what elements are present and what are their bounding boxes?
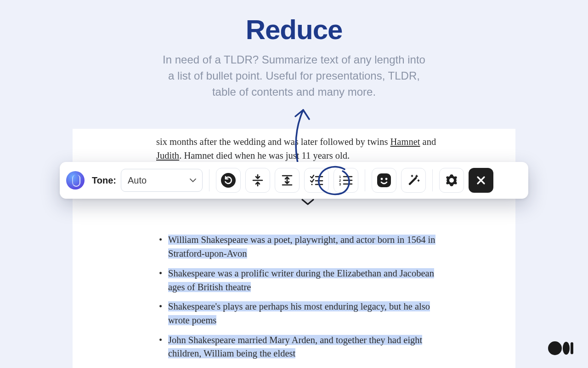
brand-logo-icon: [66, 171, 85, 190]
hero-section: Reduce In need of a TLDR? Summarize text…: [0, 0, 588, 100]
toolbar-caret-icon: [301, 199, 314, 205]
link-hamnet[interactable]: Hamnet: [390, 137, 420, 147]
tone-value: Auto: [128, 175, 147, 186]
list-item: William Shakespeare was a poet, playwrig…: [156, 233, 437, 260]
tone-label: Tone:: [92, 175, 116, 186]
emoji-button[interactable]: [372, 168, 396, 193]
chevron-down-icon: [189, 178, 197, 183]
smile-icon: [376, 172, 392, 188]
separator: [365, 169, 365, 191]
checklist-icon: [310, 174, 323, 186]
medium-logo-icon: [548, 341, 573, 355]
compress-vertical-icon: [251, 174, 264, 187]
intro-text: six months after the wedding and was lat…: [156, 137, 390, 147]
intro-suffix: . Hamnet died when he was just 11 years …: [179, 150, 350, 161]
svg-point-0: [221, 173, 236, 188]
list-item: Shakespeare's plays are perhaps his most…: [156, 300, 437, 327]
refresh-icon: [220, 172, 236, 188]
svg-text:3: 3: [339, 182, 341, 186]
document-intro: six months after the wedding and was lat…: [156, 135, 437, 162]
summary-bullet-list: William Shakespeare was a poet, playwrig…: [156, 233, 437, 368]
close-button[interactable]: [469, 168, 493, 193]
link-judith[interactable]: Judith: [156, 150, 179, 161]
page-title: Reduce: [0, 14, 588, 46]
settings-button[interactable]: [439, 168, 464, 193]
magic-wand-icon: [407, 173, 420, 187]
close-icon: [476, 175, 486, 185]
tone-select[interactable]: Auto: [121, 169, 203, 192]
svg-point-16: [385, 178, 388, 180]
svg-point-15: [381, 178, 383, 180]
expand-button[interactable]: [275, 168, 300, 193]
separator: [209, 169, 209, 191]
svg-point-7: [311, 184, 312, 185]
separator: [432, 169, 433, 191]
svg-point-17: [449, 178, 454, 183]
page-subtitle: In need of a TLDR? Summarize text of any…: [158, 52, 430, 100]
expand-vertical-icon: [281, 174, 294, 187]
shorten-button[interactable]: [245, 168, 270, 193]
gear-icon: [444, 173, 459, 188]
magic-button[interactable]: [401, 168, 426, 193]
numbered-list-button[interactable]: 1 2 3: [334, 168, 358, 193]
list-item: John Shakespeare married Mary Arden, and…: [156, 334, 437, 361]
svg-rect-14: [377, 173, 391, 187]
floating-toolbar: Tone: Auto: [60, 162, 528, 199]
numbered-list-icon: 1 2 3: [339, 174, 353, 186]
list-item: Shakespeare was a prolific writer during…: [156, 267, 437, 294]
regenerate-button[interactable]: [216, 168, 241, 193]
intro-mid: and: [420, 137, 436, 147]
reduce-button[interactable]: [304, 168, 329, 193]
